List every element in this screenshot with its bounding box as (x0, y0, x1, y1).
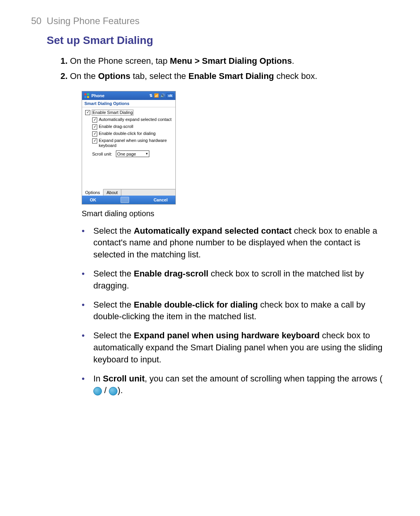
keyboard-icon[interactable] (121, 197, 129, 203)
option-drag-scroll[interactable]: ✓ Enable drag-scroll (92, 124, 172, 129)
tab-options[interactable]: Options (82, 189, 103, 196)
checkbox-checked-icon: ✓ (85, 110, 90, 115)
arrow-down-icon (109, 387, 117, 395)
screenshot-caption: Smart dialing options (82, 209, 389, 218)
speaker-icon: 🔊 (160, 93, 165, 98)
chevron-down-icon: ▼ (145, 152, 148, 156)
connectivity-icon: ⇅ (149, 93, 152, 98)
bullet-drag-scroll: Select the Enable drag-scroll check box … (82, 268, 389, 292)
option-expand-panel[interactable]: ✓ Expand panel when using hardware keybo… (92, 138, 172, 148)
chapter-title: Using Phone Features (47, 16, 140, 26)
bullet-scroll-unit: In Scroll unit, you can set the amount o… (82, 373, 389, 397)
svg-rect-3 (87, 96, 89, 98)
page-number: 50 (31, 16, 42, 26)
bullet-auto-expand: Select the Automatically expand selected… (82, 225, 389, 261)
windows-logo-icon (84, 93, 90, 99)
scroll-unit-label: Scroll unit: (92, 152, 112, 156)
svg-rect-2 (84, 96, 86, 98)
option-enable-smart-dialing[interactable]: ✓ Enable Smart Dialing (85, 110, 172, 115)
tray-icons: ⇅ 📶 🔊 ok (149, 93, 174, 98)
screenshot-container: Phone ⇅ 📶 🔊 ok Smart Dialing Options ✓ E… (82, 91, 389, 218)
svg-rect-1 (87, 93, 89, 95)
option-auto-expand[interactable]: ✓ Automatically expand selected contact (92, 117, 172, 122)
device-titlebar: Phone ⇅ 📶 🔊 ok (82, 91, 175, 100)
bullet-expand-panel: Select the Expand panel when using hardw… (82, 330, 389, 366)
steps-list: On the Phone screen, tap Menu > Smart Di… (58, 55, 389, 82)
signal-icon: 📶 (154, 93, 159, 98)
options-body: ✓ Enable Smart Dialing ✓ Automatically e… (82, 107, 175, 189)
option-double-click[interactable]: ✓ Enable double-click for dialing (92, 131, 172, 136)
step-1: On the Phone screen, tap Menu > Smart Di… (70, 55, 389, 67)
manual-page: 50 Using Phone Features Set up Smart Dia… (0, 0, 420, 421)
checkbox-checked-icon: ✓ (92, 131, 97, 136)
scroll-unit-row: Scroll unit: One page ▼ (92, 150, 172, 157)
tab-about[interactable]: About (103, 189, 121, 196)
panel-title: Smart Dialing Options (82, 100, 175, 107)
checkbox-checked-icon: ✓ (92, 124, 97, 129)
page-header: 50 Using Phone Features (31, 16, 389, 26)
bullet-double-click: Select the Enable double-click for diali… (82, 299, 389, 323)
svg-rect-0 (84, 93, 86, 95)
checkbox-checked-icon: ✓ (92, 117, 97, 122)
checkbox-checked-icon: ✓ (92, 138, 97, 143)
bullet-list: Select the Automatically expand selected… (82, 225, 389, 397)
softkey-bar: OK Cancel (82, 196, 175, 204)
tab-bar: Options About (82, 189, 175, 196)
arrow-up-icon (93, 387, 102, 395)
softkey-cancel[interactable]: Cancel (154, 198, 168, 202)
device-screenshot: Phone ⇅ 📶 🔊 ok Smart Dialing Options ✓ E… (82, 91, 176, 205)
scroll-unit-dropdown[interactable]: One page ▼ (116, 150, 149, 157)
section-title: Set up Smart Dialing (47, 34, 389, 47)
step-2: On the Options tab, select the Enable Sm… (70, 70, 389, 82)
device-title: Phone (91, 93, 149, 98)
softkey-ok[interactable]: OK (90, 198, 96, 202)
ok-small-button[interactable]: ok (166, 93, 174, 98)
